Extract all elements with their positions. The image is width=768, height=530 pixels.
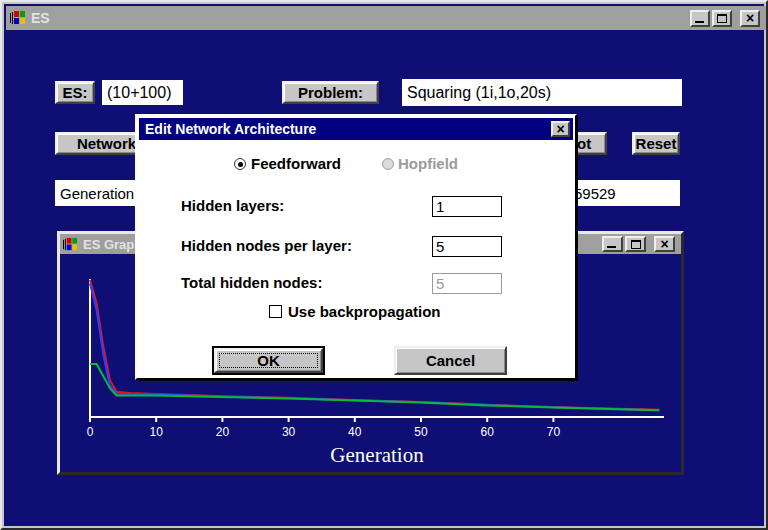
x-tick-label: 20 <box>216 425 230 439</box>
cancel-button-face: Cancel <box>394 346 507 375</box>
dialog-titlebar[interactable]: Edit Network Architecture × <box>139 118 573 140</box>
minimize-icon <box>607 246 616 248</box>
es-main-window: ES × ES: (10+100) Problem: Squaring (1i,… <box>0 0 768 530</box>
close-icon: × <box>660 237 668 251</box>
main-window-controls: × <box>688 10 760 27</box>
radio-hopfield-label: Hopfield <box>398 155 458 172</box>
x-tick-label: 10 <box>150 425 164 439</box>
graph-window-title: ES Graph <box>83 237 142 252</box>
x-tick-label: 60 <box>481 425 495 439</box>
es-value-input[interactable]: (10+100) <box>102 80 183 105</box>
edit-network-architecture-dialog: Edit Network Architecture × Feedforward … <box>135 114 577 380</box>
reset-button[interactable]: Reset <box>632 132 680 155</box>
ok-button-label: OK <box>257 352 280 369</box>
x-axis-label: Generation <box>330 443 424 467</box>
x-tick-label: 50 <box>414 425 428 439</box>
radio-selected-dot <box>238 162 243 167</box>
problem-value-input[interactable]: Squaring (1i,1o,20s) <box>402 79 682 106</box>
total-hidden-nodes-input: 5 <box>432 273 502 294</box>
x-tick-label: 30 <box>282 425 296 439</box>
radio-feedforward[interactable] <box>234 158 246 170</box>
cancel-button-label: Cancel <box>426 352 475 369</box>
close-icon: × <box>556 122 564 136</box>
es-button[interactable]: ES: <box>55 81 95 104</box>
x-tick-label: 70 <box>547 425 561 439</box>
use-backpropagation-label[interactable]: Use backpropagation <box>288 303 441 320</box>
main-window-title: ES <box>31 10 50 26</box>
minimize-button[interactable] <box>690 10 710 27</box>
hidden-layers-input[interactable]: 1 <box>432 196 502 217</box>
radio-hopfield <box>382 158 394 170</box>
close-button[interactable]: × <box>654 236 675 252</box>
hidden-nodes-per-layer-label: Hidden nodes per layer: <box>181 237 352 254</box>
problem-button[interactable]: Problem: <box>282 81 379 104</box>
main-titlebar[interactable]: ES × <box>6 6 766 30</box>
close-button[interactable]: × <box>740 10 760 27</box>
minimize-icon <box>695 21 704 23</box>
ok-button[interactable]: OK <box>212 346 325 375</box>
hidden-layers-label: Hidden layers: <box>181 197 284 214</box>
generation-value-field: 59529 <box>562 180 680 206</box>
graph-window-controls: × <box>600 236 675 252</box>
maximize-icon <box>717 14 727 23</box>
x-tick-label: 40 <box>348 425 362 439</box>
use-backpropagation-checkbox[interactable] <box>269 305 282 318</box>
maximize-button[interactable] <box>625 236 646 252</box>
close-icon: × <box>746 11 754 25</box>
x-tick-label: 0 <box>87 425 94 439</box>
dialog-title: Edit Network Architecture <box>145 121 316 137</box>
dialog-close-button[interactable]: × <box>551 121 570 137</box>
minimize-button[interactable] <box>602 236 623 252</box>
ok-button-face: OK <box>214 348 323 373</box>
cancel-button[interactable]: Cancel <box>394 346 507 375</box>
total-hidden-nodes-label: Total hidden nodes: <box>181 274 322 291</box>
windows-logo-icon <box>63 237 78 252</box>
radio-feedforward-label[interactable]: Feedforward <box>251 155 341 172</box>
maximize-button[interactable] <box>712 10 732 27</box>
windows-logo-icon <box>10 10 26 26</box>
maximize-icon <box>631 240 641 249</box>
generation-label-field: Generation: <box>55 180 140 206</box>
hidden-nodes-per-layer-input[interactable]: 5 <box>432 236 502 257</box>
